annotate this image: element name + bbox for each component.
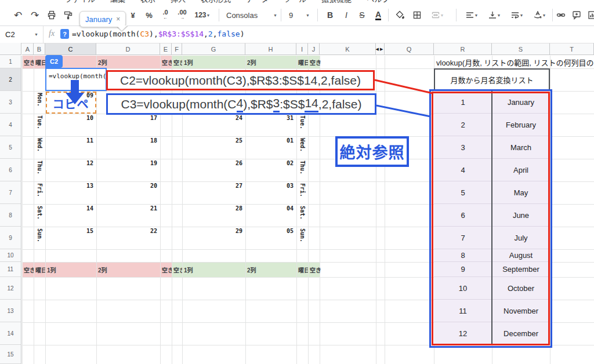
- font-name-select[interactable]: Consolas▼: [224, 8, 280, 23]
- column-header-H[interactable]: H: [245, 43, 296, 55]
- row-header-10[interactable]: 10: [0, 249, 21, 262]
- vertical-align-button[interactable]: ▼: [483, 8, 505, 23]
- text-color-button[interactable]: A: [371, 8, 386, 23]
- decrease-decimal-button[interactable]: .0←: [158, 8, 173, 23]
- cell-H7[interactable]: 03: [245, 183, 294, 189]
- cell-B11[interactable]: 曜日: [34, 262, 45, 277]
- cell-C9[interactable]: 15: [45, 228, 93, 234]
- cell-B4-day[interactable]: Tue.: [34, 114, 45, 136]
- redo-button[interactable]: ↷: [27, 8, 42, 23]
- cell-C6[interactable]: 12: [45, 160, 93, 166]
- cell-H6[interactable]: 02: [245, 160, 294, 166]
- cell-H4[interactable]: 31: [245, 115, 294, 121]
- cell-B7-day[interactable]: Fri.: [34, 181, 45, 204]
- cell-B1[interactable]: 曜日: [34, 56, 45, 68]
- paint-format-button[interactable]: [61, 8, 76, 23]
- cell-H5[interactable]: 01: [245, 137, 294, 144]
- column-header-S[interactable]: S: [492, 43, 550, 55]
- cell-G5[interactable]: 25: [182, 137, 242, 144]
- row-header-13[interactable]: 13: [0, 300, 21, 322]
- formula-help-icon[interactable]: ?: [60, 29, 69, 39]
- column-header-D[interactable]: D: [96, 43, 160, 55]
- cell-C5[interactable]: 11: [45, 137, 93, 144]
- cell-I9-day[interactable]: Sun.: [296, 227, 308, 249]
- cell-I7-day[interactable]: Fri.: [296, 181, 308, 204]
- cell-G8[interactable]: 28: [182, 205, 242, 212]
- row-header-14[interactable]: 14: [0, 322, 21, 345]
- italic-button[interactable]: I: [339, 8, 354, 23]
- cell-F1[interactable]: 空き: [172, 56, 182, 68]
- close-icon[interactable]: ×: [116, 15, 120, 23]
- cell-B8-day[interactable]: Sat.: [34, 204, 45, 227]
- formula-input[interactable]: =vlookup(month(C3),$R$3:$S$14,2,false): [72, 30, 244, 38]
- row-header-8[interactable]: 8: [0, 204, 21, 227]
- cell-I8-day[interactable]: Sat.: [296, 204, 308, 227]
- row-header-4[interactable]: 4: [0, 114, 21, 136]
- cell-D11[interactable]: 2列: [96, 262, 160, 277]
- row-header-12[interactable]: 12: [0, 277, 21, 300]
- row-header-7[interactable]: 7: [0, 181, 21, 204]
- cell-G6[interactable]: 26: [182, 160, 242, 166]
- cell-I11[interactable]: 曜日: [296, 262, 308, 277]
- column-header-T[interactable]: T: [550, 43, 594, 55]
- increase-decimal-button[interactable]: .00→: [175, 8, 190, 23]
- name-box[interactable]: C2 ▼: [0, 26, 44, 43]
- cell-A1[interactable]: 空き: [22, 56, 34, 68]
- row-header-1[interactable]: 1: [0, 56, 21, 68]
- column-header-G[interactable]: G: [182, 43, 245, 55]
- currency-format-button[interactable]: ¥: [125, 8, 140, 23]
- cell-J11[interactable]: 空き: [308, 262, 320, 277]
- cell-I6-day[interactable]: Thu.: [296, 159, 308, 181]
- row-header-6[interactable]: 6: [0, 159, 21, 181]
- cell-C7[interactable]: 13: [45, 183, 93, 189]
- column-header-K[interactable]: K: [320, 43, 376, 55]
- more-formats-button[interactable]: 123▼: [191, 8, 213, 23]
- cell-D6[interactable]: 19: [96, 160, 157, 166]
- cell-D4[interactable]: 17: [96, 115, 157, 121]
- cell-B5-day[interactable]: Wed.: [34, 136, 45, 159]
- cell-H9[interactable]: 05: [245, 228, 294, 234]
- column-header-F[interactable]: F: [172, 43, 182, 55]
- row-header-9[interactable]: 9: [0, 227, 21, 249]
- row-header-2[interactable]: 2: [0, 68, 21, 91]
- cell-C8[interactable]: 14: [45, 205, 93, 212]
- editing-cell-c2[interactable]: =vlookup(month(: [45, 68, 107, 91]
- column-header-Q[interactable]: Q: [385, 43, 434, 55]
- font-size-select[interactable]: 9▼: [285, 8, 313, 23]
- cell-H8[interactable]: 04: [245, 205, 294, 212]
- cell-F11[interactable]: 空き: [172, 262, 182, 277]
- cell-C11[interactable]: 1列: [45, 262, 96, 277]
- cell-G4[interactable]: 24: [182, 115, 242, 121]
- cell-H1[interactable]: 2列: [245, 56, 296, 68]
- cell-H11[interactable]: 2列: [245, 262, 296, 277]
- select-all-corner[interactable]: [0, 43, 21, 55]
- cell-G11[interactable]: 1列: [182, 262, 245, 277]
- row-header-15[interactable]: 15: [0, 345, 21, 364]
- column-header-A[interactable]: A: [22, 43, 34, 55]
- column-header-E[interactable]: E: [160, 43, 172, 55]
- insert-comment-button[interactable]: [569, 8, 584, 23]
- hidden-columns-marker[interactable]: ◀▶: [376, 43, 385, 55]
- column-header-I[interactable]: I: [296, 43, 308, 55]
- cell-G7[interactable]: 27: [182, 183, 242, 189]
- horizontal-align-button[interactable]: ▼: [461, 8, 483, 23]
- fill-color-button[interactable]: [393, 8, 408, 23]
- row-header-3[interactable]: 3: [0, 91, 21, 114]
- cell-E11[interactable]: 空き: [160, 262, 172, 277]
- cell-G1[interactable]: 1列: [182, 56, 245, 68]
- row-header-11[interactable]: 11: [0, 262, 21, 277]
- column-header-R[interactable]: R: [434, 43, 492, 55]
- cell-J1[interactable]: 空き: [308, 56, 320, 68]
- strikethrough-button[interactable]: S: [354, 8, 370, 23]
- cell-C4[interactable]: 10: [45, 115, 93, 121]
- cell-B6-day[interactable]: Thu.: [34, 159, 45, 181]
- cell-D7[interactable]: 20: [96, 183, 157, 189]
- cell-B3-day[interactable]: Mon.: [34, 91, 45, 114]
- text-wrap-button[interactable]: ▼: [506, 8, 528, 23]
- cell-D9[interactable]: 22: [96, 228, 157, 234]
- cell-I1[interactable]: 曜日: [296, 56, 308, 68]
- print-button[interactable]: [44, 8, 59, 23]
- column-header-J[interactable]: J: [308, 43, 320, 55]
- column-header-B[interactable]: B: [34, 43, 45, 55]
- cell-B9-day[interactable]: Sun.: [34, 227, 45, 249]
